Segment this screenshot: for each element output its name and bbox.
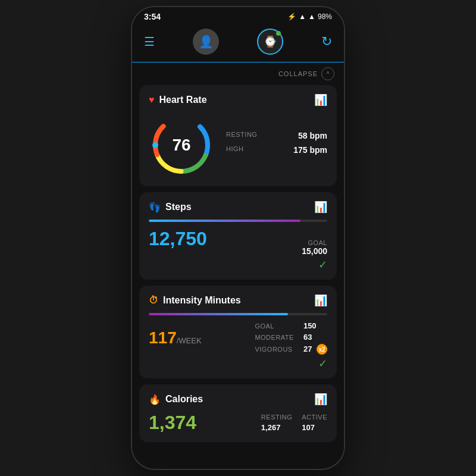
steps-check: ✓ [302, 258, 327, 271]
menu-icon[interactable]: ☰ [144, 35, 155, 49]
steps-chart-icon[interactable]: 📊 [314, 201, 327, 214]
collapse-chevron: ^ [327, 71, 330, 77]
signal-icon: ▲ [299, 12, 306, 21]
bluetooth-icon: ⚡ [287, 12, 296, 21]
battery-text: 98% [318, 12, 332, 21]
intensity-bar-container [149, 313, 327, 315]
calories-value: 1,374 [149, 412, 196, 434]
steps-goal-area: GOAL 15,000 ✓ [302, 239, 327, 271]
intensity-per-week: /WEEK [177, 336, 202, 345]
heart-rate-header: ♥ Heart Rate 📊 [149, 93, 327, 107]
steps-progress-bg [149, 220, 327, 222]
wifi-icon: ▲ [308, 12, 315, 21]
calories-stats: RESTING ACTIVE 1,267 107 [261, 414, 327, 432]
scroll-area[interactable]: COLLAPSE ^ ♥ Heart Rate 📊 [132, 62, 344, 459]
status-time: 3:54 [144, 12, 161, 21]
status-icons: ⚡ ▲ ▲ 98% [287, 12, 332, 21]
intensity-header: ⏱ Intensity Minutes 📊 [149, 294, 327, 307]
calories-title: 🔥 Calories [149, 394, 203, 405]
calories-icon: 🔥 [149, 394, 161, 405]
steps-icon: 👣 [149, 202, 161, 213]
steps-goal-label: GOAL [302, 239, 327, 246]
vigorous-label: VIGOROUS [255, 346, 294, 353]
steps-progress-fill [149, 220, 300, 222]
intensity-value: 117 [149, 328, 177, 347]
cal-active-label: ACTIVE [302, 414, 327, 421]
cal-resting-label: RESTING [261, 414, 292, 421]
watch-icon[interactable]: ⌚ [257, 29, 283, 55]
steps-header: 👣 Steps 📊 [149, 201, 327, 214]
intensity-label: Intensity Minutes [163, 295, 241, 306]
gauge-container: 76 [149, 112, 214, 178]
user-avatar[interactable]: 👤 [193, 29, 219, 55]
watch-connected-dot [276, 31, 281, 36]
high-value: 175 bpm [293, 145, 327, 155]
moderate-label: MODERATE [255, 334, 294, 341]
resting-stat: RESTING 58 bpm [226, 131, 327, 140]
calories-header: 🔥 Calories 📊 [149, 393, 327, 406]
status-bar: 3:54 ⚡ ▲ ▲ 98% [132, 7, 344, 24]
steps-bar-container [149, 220, 327, 222]
svg-point-5 [152, 142, 158, 148]
heart-rate-stats: RESTING 58 bpm HIGH 175 bpm [226, 131, 327, 159]
vigorous-value: 27 x2 [303, 344, 327, 355]
heart-icon: ♥ [149, 95, 155, 105]
heart-rate-title: ♥ Heart Rate [149, 95, 207, 105]
calories-content: 1,374 RESTING ACTIVE 1,267 107 [149, 412, 327, 434]
steps-value: 12,750 [149, 228, 207, 250]
heart-rate-value: 76 [172, 136, 190, 155]
intensity-icon: ⏱ [149, 295, 158, 306]
heart-rate-card: ♥ Heart Rate 📊 [139, 85, 337, 186]
cal-resting-value: 1,267 [261, 423, 292, 432]
calories-card: 🔥 Calories 📊 1,374 RESTING ACTIVE 1,267 … [139, 384, 337, 442]
avatar-placeholder: 👤 [199, 35, 214, 49]
intensity-title: ⏱ Intensity Minutes [149, 295, 241, 306]
vigorous-badge: x2 [317, 344, 327, 355]
intensity-goal-value: 150 [303, 321, 327, 330]
intensity-stats: GOAL 150 MODERATE 63 VIGOROUS 27 x2 [255, 321, 327, 355]
collapse-button[interactable]: ^ [321, 67, 334, 80]
cal-active-value: 107 [302, 423, 327, 432]
intensity-card: ⏱ Intensity Minutes 📊 117/WEEK GOAL 150 … [139, 286, 337, 378]
intensity-progress-bg [149, 313, 327, 315]
collapse-label: COLLAPSE [278, 70, 318, 77]
intensity-chart-icon[interactable]: 📊 [314, 294, 327, 307]
heart-rate-label: Heart Rate [159, 95, 207, 105]
intensity-content: 117/WEEK GOAL 150 MODERATE 63 VIGOROUS 2… [149, 321, 327, 355]
phone-frame: 3:54 ⚡ ▲ ▲ 98% ☰ 👤 ⌚ ↻ COLLAPSE ^ [131, 6, 345, 470]
steps-goal-value: 15,000 [302, 246, 327, 256]
heart-rate-content: 76 RESTING 58 bpm HIGH 175 bpm [149, 112, 327, 178]
collapse-bar: COLLAPSE ^ [132, 62, 344, 85]
calories-label: Calories [165, 394, 203, 405]
resting-value: 58 bpm [298, 131, 327, 140]
resting-label: RESTING [226, 131, 257, 140]
intensity-progress-fill [149, 313, 288, 315]
moderate-value: 63 [303, 333, 327, 342]
nav-bar: ☰ 👤 ⌚ ↻ [132, 24, 344, 62]
intensity-goal-label: GOAL [255, 322, 294, 330]
steps-title: 👣 Steps [149, 202, 192, 213]
steps-label: Steps [165, 202, 192, 212]
watch-symbol: ⌚ [264, 35, 277, 48]
steps-card: 👣 Steps 📊 12,750 GOAL 15,000 ✓ [139, 192, 337, 280]
steps-content: 12,750 GOAL 15,000 ✓ [149, 228, 327, 271]
intensity-value-group: 117/WEEK [149, 328, 202, 347]
high-stat: HIGH 175 bpm [226, 145, 327, 155]
intensity-check: ✓ [149, 357, 327, 370]
calories-chart-icon[interactable]: 📊 [314, 393, 327, 406]
heart-rate-chart-icon[interactable]: 📊 [314, 93, 327, 107]
refresh-icon[interactable]: ↻ [321, 34, 332, 49]
high-label: HIGH [226, 145, 244, 155]
